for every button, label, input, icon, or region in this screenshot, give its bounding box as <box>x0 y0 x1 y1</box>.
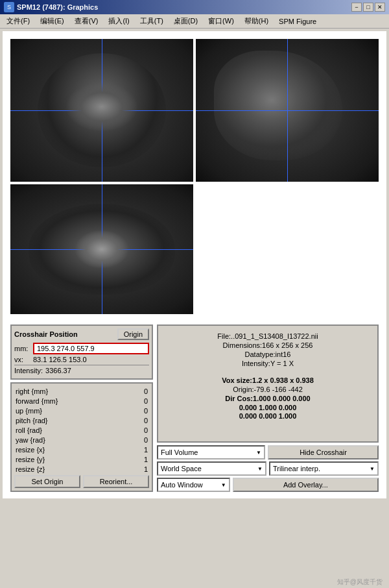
file-dircos1: Dir Cos:1.000 0.000 0.000 <box>165 395 371 402</box>
transform-right-value: 0 <box>128 387 148 395</box>
transform-resize-z: resize {z} 1 <box>14 465 149 474</box>
transform-resize-x-value: 1 <box>128 446 148 454</box>
transform-resize-x: resize {x} 1 <box>14 445 149 454</box>
brain-image-grid <box>6 35 383 318</box>
crosshair-vertical-axial <box>102 184 102 314</box>
divider-1 <box>14 365 149 365</box>
menu-spm-figure[interactable]: SPM Figure <box>274 16 322 27</box>
crosshair-horizontal-coronal <box>10 110 193 111</box>
transform-pitch-value: 0 <box>128 417 148 424</box>
menu-file[interactable]: 文件(F) <box>1 15 35 27</box>
transform-roll-value: 0 <box>128 426 148 434</box>
close-button[interactable]: ✕ <box>375 3 385 12</box>
file-datatype: Datatype:int16 <box>165 350 371 358</box>
hide-crosshair-button[interactable]: Hide Crosshair <box>268 445 379 459</box>
menu-edit[interactable]: 编辑(E) <box>35 15 69 27</box>
transform-yaw: yaw {rad} 0 <box>14 435 149 445</box>
crosshair-position-box: Crosshair Position Origin mm: 195.3 274.… <box>10 325 153 380</box>
mm-label: mm: <box>14 345 30 352</box>
file-dircos3: 0.000 0.000 1.000 <box>165 412 371 420</box>
mm-value: 195.3 274.0 557.9 <box>33 343 149 354</box>
intensity-label: Intensity: <box>14 367 43 374</box>
add-overlay-button[interactable]: Add Overlay... <box>233 478 379 492</box>
sagittal-image <box>196 39 379 182</box>
minimize-button[interactable]: − <box>351 3 362 12</box>
dropdown-row-1: Full Volume ▼ Hide Crosshair <box>157 445 379 459</box>
trilinear-dropdown[interactable]: Trilinear interp. ▼ <box>269 461 379 476</box>
transform-resize-z-value: 1 <box>128 465 148 473</box>
transform-box: right {mm} 0 forward {mm} 0 up {mm} 0 pi… <box>10 382 153 492</box>
transform-yaw-value: 0 <box>128 436 148 444</box>
vx-value: 83.1 126.5 153.0 <box>33 356 149 363</box>
left-control-panel: Crosshair Position Origin mm: 195.3 274.… <box>10 325 153 492</box>
transform-buttons: Set Origin Reorient... <box>14 475 149 488</box>
transform-up: up {mm} 0 <box>14 406 149 415</box>
intensity-value: 3366.37 <box>45 367 149 374</box>
transform-forward-value: 0 <box>128 397 148 405</box>
title-bar-left: S SPM12 (7487): Graphics <box>4 2 98 12</box>
menu-help[interactable]: 帮助(H) <box>239 15 274 27</box>
right-control-panel: File:..091_1_S13408_I13722.nii Dimension… <box>157 325 379 492</box>
brain-panel-coronal[interactable] <box>10 39 193 182</box>
transform-resize-y-label: resize {y} <box>16 456 74 463</box>
controls-area: Crosshair Position Origin mm: 195.3 274.… <box>6 322 383 495</box>
transform-roll: roll {rad} 0 <box>14 426 149 435</box>
transform-yaw-label: yaw {rad} <box>16 436 74 444</box>
auto-window-dropdown[interactable]: Auto Window ▼ <box>157 478 230 492</box>
full-volume-dropdown[interactable]: Full Volume ▼ <box>157 445 265 459</box>
transform-right: right {mm} 0 <box>14 387 149 396</box>
world-space-arrow: ▼ <box>257 466 263 472</box>
set-origin-button[interactable]: Set Origin <box>14 475 80 488</box>
transform-resize-x-label: resize {x} <box>16 446 74 454</box>
full-volume-label: Full Volume <box>161 448 198 456</box>
main-content: Crosshair Position Origin mm: 195.3 274.… <box>3 31 386 498</box>
origin-button[interactable]: Origin <box>117 328 149 340</box>
transform-right-label: right {mm} <box>16 387 74 395</box>
crosshair-vertical-coronal <box>102 39 102 182</box>
brain-panel-axial[interactable] <box>10 184 193 314</box>
coronal-image <box>10 39 193 182</box>
trilinear-label: Trilinear interp. <box>273 465 320 472</box>
window-title: SPM12 (7487): Graphics <box>17 3 98 11</box>
file-origin: Origin:-79.6 -166 -442 <box>165 386 371 393</box>
crosshair-horizontal-axial <box>10 249 193 250</box>
transform-resize-y-value: 1 <box>128 456 148 463</box>
window-controls[interactable]: − □ ✕ <box>351 3 385 12</box>
intensity-row: Intensity: 3366.37 <box>14 367 149 374</box>
watermark: 知乎@风度千货 <box>337 578 383 587</box>
world-space-dropdown[interactable]: World Space ▼ <box>157 461 266 476</box>
title-bar: S SPM12 (7487): Graphics − □ ✕ <box>0 0 389 14</box>
dropdown-row-3: Auto Window ▼ Add Overlay... <box>157 478 379 492</box>
crosshair-title-row: Crosshair Position Origin <box>14 328 149 340</box>
full-volume-arrow: ▼ <box>256 450 261 456</box>
transform-pitch: pitch {rad} 0 <box>14 416 149 425</box>
file-dimensions: Dimensions:166 x 256 x 256 <box>165 341 371 349</box>
menu-desktop[interactable]: 桌面(D) <box>169 15 203 27</box>
file-intensity: Intensity:Y = 1 X <box>165 360 371 367</box>
file-filename: File:..091_1_S13408_I13722.nii <box>165 332 371 340</box>
transform-forward: forward {mm} 0 <box>14 397 149 406</box>
reorient-button[interactable]: Reorient... <box>83 475 149 488</box>
axial-image <box>10 184 193 314</box>
transform-resize-z-label: resize {z} <box>16 465 74 473</box>
menu-view[interactable]: 查看(V) <box>69 15 104 27</box>
file-vox-size: Vox size:1.2 x 0.938 x 0.938 <box>165 376 371 384</box>
menu-bar: 文件(F) 编辑(E) 查看(V) 插入(I) 工具(T) 桌面(D) 窗口(W… <box>0 14 389 29</box>
trilinear-arrow: ▼ <box>370 466 375 472</box>
maximize-button[interactable]: □ <box>363 3 373 12</box>
world-space-label: World Space <box>161 465 202 472</box>
menu-insert[interactable]: 插入(I) <box>103 15 134 27</box>
transform-forward-label: forward {mm} <box>16 397 74 405</box>
menu-tools[interactable]: 工具(T) <box>135 15 169 27</box>
transform-up-label: up {mm} <box>16 407 74 415</box>
menu-window[interactable]: 窗口(W) <box>203 15 239 27</box>
dropdown-row-2: World Space ▼ Trilinear interp. ▼ <box>157 461 379 476</box>
brain-panel-sagittal[interactable] <box>196 39 379 182</box>
file-gap <box>165 369 371 375</box>
transform-roll-label: roll {rad} <box>16 426 74 434</box>
app-icon: S <box>4 2 14 12</box>
transform-up-value: 0 <box>128 407 148 415</box>
vx-label: vx: <box>14 356 30 363</box>
crosshair-vertical-sagittal <box>287 39 288 182</box>
crosshair-position-title: Crosshair Position <box>14 330 78 338</box>
